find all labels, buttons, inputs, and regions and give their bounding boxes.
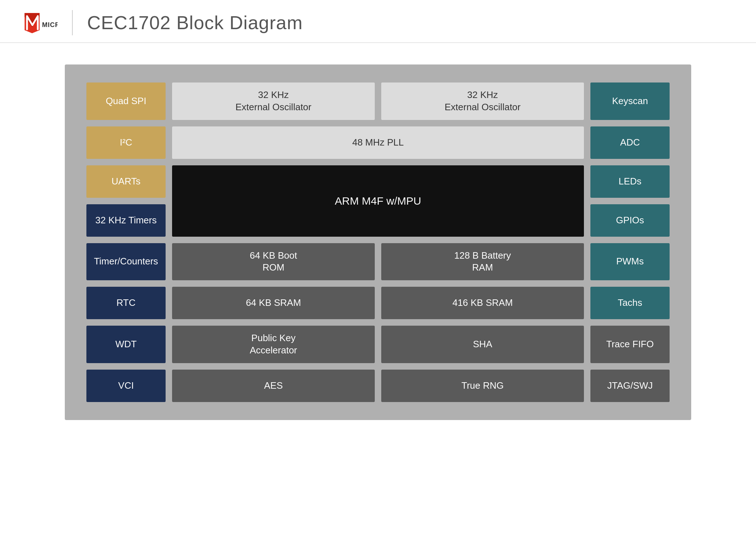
pll-block: 48 MHz PLL [172, 126, 584, 159]
rtc-block: RTC [86, 287, 166, 319]
timer-counters-block: Timer/Counters [86, 243, 166, 281]
sha-block: SHA [381, 326, 584, 363]
jtag-swj-block: JTAG/SWJ [590, 370, 670, 402]
pwms-block: PWMs [590, 243, 670, 281]
wdt-block: WDT [86, 326, 166, 363]
sram-64-block: 64 KB SRAM [172, 287, 375, 319]
timers-32k-block: 32 KHz Timers [86, 204, 166, 237]
header-divider [72, 10, 73, 35]
leds-block: LEDs [590, 165, 670, 198]
boot-rom-block: 64 KB BootROM [172, 243, 375, 281]
i2c-block: I²C [86, 126, 166, 159]
block-diagram: Quad SPI 32 KHzExternal Oscillator 32 KH… [65, 64, 691, 420]
main-content: Quad SPI 32 KHzExternal Oscillator 32 KH… [0, 43, 756, 442]
gpios-block: GPIOs [590, 204, 670, 237]
osc2-block: 32 KHzExternal Oscillator [381, 82, 584, 120]
header: MICROCHIP CEC1702 Block Diagram [0, 0, 756, 43]
quad-spi-block: Quad SPI [86, 82, 166, 120]
sram-416-block: 416 KB SRAM [381, 287, 584, 319]
svg-text:MICROCHIP: MICROCHIP [42, 21, 58, 29]
logo-area: MICROCHIP [22, 10, 58, 35]
microchip-logo: MICROCHIP [22, 10, 58, 35]
adc-block: ADC [590, 126, 670, 159]
uarts-block: UARTs [86, 165, 166, 198]
battery-ram-block: 128 B BatteryRAM [381, 243, 584, 281]
aes-block: AES [172, 370, 375, 402]
true-rng-block: True RNG [381, 370, 584, 402]
arm-block: ARM M4F w/MPU [172, 165, 584, 237]
vci-block: VCI [86, 370, 166, 402]
trace-fifo-block: Trace FIFO [590, 326, 670, 363]
osc1-block: 32 KHzExternal Oscillator [172, 82, 375, 120]
public-key-block: Public KeyAccelerator [172, 326, 375, 363]
page-title: CEC1702 Block Diagram [87, 12, 303, 34]
tachs-block: Tachs [590, 287, 670, 319]
keyscan-block: Keyscan [590, 82, 670, 120]
